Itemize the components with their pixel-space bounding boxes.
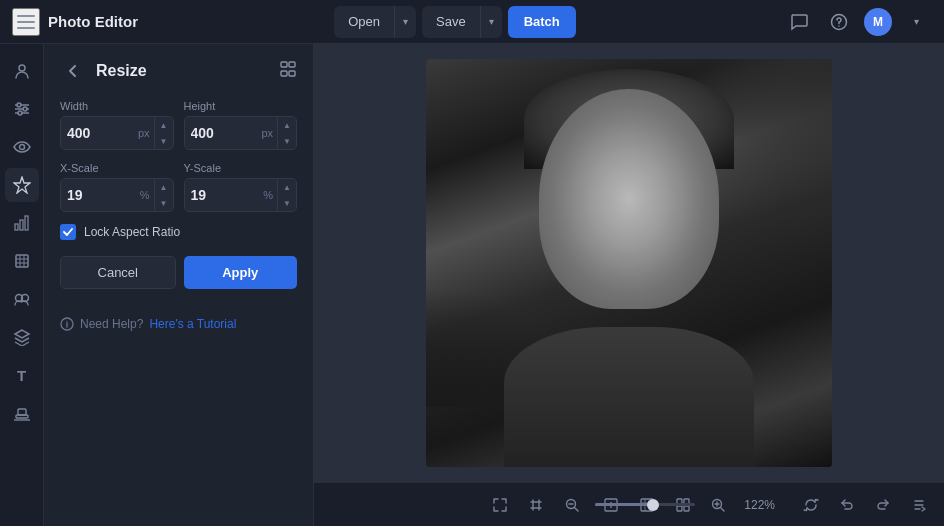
panel-header-left: Resize xyxy=(60,58,147,84)
topbar: Photo Editor Open ▾ Save ▾ Batch M xyxy=(0,0,944,44)
xscale-unit: % xyxy=(140,189,154,201)
xscale-label: X-Scale xyxy=(60,162,174,174)
menu-button[interactable] xyxy=(12,8,40,36)
chat-icon-btn[interactable] xyxy=(784,7,814,37)
actual-size-icon[interactable] xyxy=(519,488,553,522)
resize-panel: Resize Width px xyxy=(44,44,314,526)
back-button[interactable] xyxy=(60,58,86,84)
forward-history-icon[interactable] xyxy=(902,488,936,522)
yscale-field-group: Y-Scale % ▲ ▼ xyxy=(184,162,298,212)
svg-rect-30 xyxy=(289,71,295,76)
svg-point-11 xyxy=(18,111,22,115)
cancel-button[interactable]: Cancel xyxy=(60,256,176,289)
width-spin-up[interactable]: ▲ xyxy=(155,117,173,133)
help-tutorial-link[interactable]: Here's a Tutorial xyxy=(149,317,236,331)
app-title: Photo Editor xyxy=(48,13,138,30)
yscale-spin-up[interactable]: ▲ xyxy=(278,179,296,195)
sidebar-icon-layers[interactable] xyxy=(5,320,39,354)
sidebar-icon-eye[interactable] xyxy=(5,130,39,164)
svg-rect-16 xyxy=(25,216,28,230)
save-button[interactable]: Save xyxy=(422,6,480,38)
help-text: Need Help? xyxy=(80,317,143,331)
sidebar-icon-effects[interactable] xyxy=(5,168,39,202)
zoom-out-icon[interactable] xyxy=(555,488,589,522)
sidebar-icon-adjustments[interactable] xyxy=(5,92,39,126)
account-chevron[interactable]: ▾ xyxy=(902,7,932,37)
svg-point-12 xyxy=(19,145,24,150)
width-input[interactable] xyxy=(61,125,138,141)
history-group xyxy=(794,488,936,522)
yscale-label: Y-Scale xyxy=(184,162,298,174)
sidebar-icon-group[interactable] xyxy=(5,282,39,316)
sidebar-icon-text[interactable]: T xyxy=(5,358,39,392)
open-chevron[interactable]: ▾ xyxy=(394,6,416,38)
left-sidebar: T xyxy=(0,44,44,526)
width-spin-down[interactable]: ▼ xyxy=(155,133,173,149)
xscale-input[interactable] xyxy=(61,187,140,203)
yscale-spinner: ▲ ▼ xyxy=(277,179,296,211)
height-field-group: Height px ▲ ▼ xyxy=(184,100,298,150)
topbar-right: M ▾ xyxy=(784,7,932,37)
redo-icon[interactable] xyxy=(866,488,900,522)
lock-aspect-row: Lock Aspect Ratio xyxy=(60,224,297,240)
lock-aspect-checkbox[interactable] xyxy=(60,224,76,240)
yscale-input[interactable] xyxy=(185,187,264,203)
zoom-level-label: 122% xyxy=(737,498,775,512)
svg-rect-17 xyxy=(16,255,28,267)
height-label: Height xyxy=(184,100,298,112)
batch-button[interactable]: Batch xyxy=(508,6,576,38)
portrait-face xyxy=(539,89,719,309)
height-spin-up[interactable]: ▲ xyxy=(278,117,296,133)
sync-icon[interactable] xyxy=(794,488,828,522)
zoom-slider-thumb[interactable] xyxy=(647,499,659,511)
canvas-area: 122% xyxy=(314,44,944,526)
width-field-group: Width px ▲ ▼ xyxy=(60,100,174,150)
user-avatar[interactable]: M xyxy=(864,8,892,36)
zoom-in-icon[interactable] xyxy=(701,488,735,522)
svg-line-42 xyxy=(575,507,579,511)
svg-point-10 xyxy=(23,107,27,111)
sidebar-icon-crop[interactable] xyxy=(5,244,39,278)
help-icon-btn[interactable] xyxy=(824,7,854,37)
xscale-spinner: ▲ ▼ xyxy=(154,179,173,211)
apply-button[interactable]: Apply xyxy=(184,256,298,289)
svg-rect-1 xyxy=(17,21,35,23)
sidebar-icon-chart[interactable] xyxy=(5,206,39,240)
width-spinner: ▲ ▼ xyxy=(154,117,173,149)
xscale-spin-down[interactable]: ▼ xyxy=(155,195,173,211)
xscale-spin-up[interactable]: ▲ xyxy=(155,179,173,195)
bottom-toolbar: 122% xyxy=(314,482,944,526)
svg-point-9 xyxy=(17,103,21,107)
help-row: Need Help? Here's a Tutorial xyxy=(44,305,313,343)
svg-rect-0 xyxy=(17,15,35,17)
info-icon xyxy=(60,317,74,331)
open-button[interactable]: Open xyxy=(334,6,394,38)
yscale-spin-down[interactable]: ▼ xyxy=(278,195,296,211)
panel-header: Resize xyxy=(44,44,313,94)
scale-row: X-Scale % ▲ ▼ Y-Scale % xyxy=(60,162,297,212)
height-spin-down[interactable]: ▼ xyxy=(278,133,296,149)
yscale-unit: % xyxy=(263,189,277,201)
panel-title: Resize xyxy=(96,62,147,80)
undo-icon[interactable] xyxy=(830,488,864,522)
svg-point-33 xyxy=(66,321,67,322)
fit-screen-icon[interactable] xyxy=(483,488,517,522)
width-unit: px xyxy=(138,127,154,139)
save-chevron[interactable]: ▾ xyxy=(480,6,502,38)
share-button[interactable] xyxy=(279,60,297,82)
width-label: Width xyxy=(60,100,174,112)
zoom-slider-track[interactable] xyxy=(595,503,695,506)
xscale-input-wrapper: % ▲ ▼ xyxy=(60,178,174,212)
svg-rect-15 xyxy=(20,220,23,230)
svg-rect-2 xyxy=(17,27,35,29)
svg-point-5 xyxy=(19,65,25,71)
topbar-center: Open ▾ Save ▾ Batch xyxy=(334,6,576,38)
canvas-image-container xyxy=(314,44,944,482)
height-input[interactable] xyxy=(185,125,262,141)
svg-rect-27 xyxy=(281,62,287,67)
sidebar-icon-stamp[interactable] xyxy=(5,396,39,430)
sidebar-icon-person[interactable] xyxy=(5,54,39,88)
open-btn-group: Open ▾ xyxy=(334,6,416,38)
svg-marker-13 xyxy=(14,177,30,193)
svg-line-46 xyxy=(721,507,725,511)
